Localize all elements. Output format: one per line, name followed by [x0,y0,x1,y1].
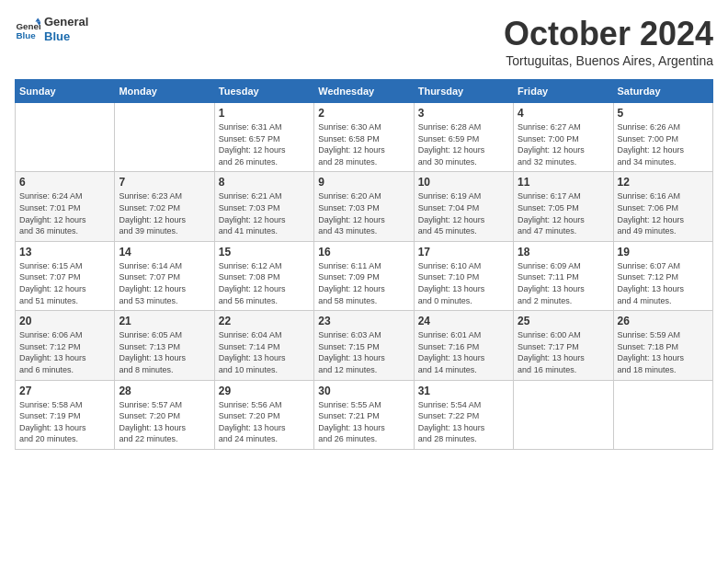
calendar-cell: 14Sunrise: 6:14 AM Sunset: 7:07 PM Dayli… [115,241,214,310]
calendar-table: SundayMondayTuesdayWednesdayThursdayFrid… [15,79,713,450]
calendar-cell [613,380,712,449]
day-info: Sunrise: 6:15 AM Sunset: 7:07 PM Dayligh… [19,260,110,306]
day-number: 3 [418,107,509,120]
day-number: 20 [19,315,110,327]
weekday-header-cell: Wednesday [314,80,414,103]
svg-text:Blue: Blue [16,29,36,40]
day-number: 23 [318,315,409,327]
day-info: Sunrise: 5:57 AM Sunset: 7:20 PM Dayligh… [119,399,210,445]
calendar-body: 1Sunrise: 6:31 AM Sunset: 6:57 PM Daylig… [16,103,713,450]
day-info: Sunrise: 6:00 AM Sunset: 7:17 PM Dayligh… [518,329,609,375]
calendar-cell: 25Sunrise: 6:00 AM Sunset: 7:17 PM Dayli… [514,311,613,380]
calendar-cell [514,380,613,449]
day-info: Sunrise: 6:01 AM Sunset: 7:16 PM Dayligh… [418,329,509,375]
day-number: 8 [219,176,310,189]
calendar-week-row: 13Sunrise: 6:15 AM Sunset: 7:07 PM Dayli… [16,241,713,310]
day-info: Sunrise: 6:11 AM Sunset: 7:09 PM Dayligh… [318,260,409,306]
day-info: Sunrise: 5:55 AM Sunset: 7:21 PM Dayligh… [318,399,409,445]
calendar-cell: 23Sunrise: 6:03 AM Sunset: 7:15 PM Dayli… [314,311,414,380]
calendar-cell: 9Sunrise: 6:20 AM Sunset: 7:03 PM Daylig… [314,172,414,241]
day-number: 13 [19,246,110,259]
day-info: Sunrise: 6:04 AM Sunset: 7:14 PM Dayligh… [219,329,310,375]
month-title: October 2024 [504,15,713,53]
calendar-cell: 10Sunrise: 6:19 AM Sunset: 7:04 PM Dayli… [414,172,513,241]
calendar-week-row: 1Sunrise: 6:31 AM Sunset: 6:57 PM Daylig… [16,103,713,172]
day-info: Sunrise: 5:54 AM Sunset: 7:22 PM Dayligh… [418,399,509,445]
weekday-header-cell: Monday [115,80,214,103]
logo-text: General Blue [44,15,88,43]
location-title: Tortuguitas, Buenos Aires, Argentina [504,53,713,68]
weekday-header-cell: Sunday [16,80,115,103]
day-number: 9 [318,176,409,189]
day-number: 11 [518,176,609,189]
day-number: 27 [19,385,110,397]
calendar-week-row: 20Sunrise: 6:06 AM Sunset: 7:12 PM Dayli… [16,311,713,380]
day-number: 19 [618,246,709,259]
weekday-header-cell: Saturday [613,80,712,103]
day-number: 28 [119,385,210,397]
day-number: 14 [119,246,210,259]
logo: General Blue General Blue [15,15,88,43]
calendar-cell: 20Sunrise: 6:06 AM Sunset: 7:12 PM Dayli… [16,311,115,380]
day-info: Sunrise: 6:27 AM Sunset: 7:00 PM Dayligh… [518,121,609,167]
calendar-cell: 8Sunrise: 6:21 AM Sunset: 7:03 PM Daylig… [214,172,313,241]
day-info: Sunrise: 5:58 AM Sunset: 7:19 PM Dayligh… [19,399,110,445]
day-info: Sunrise: 5:56 AM Sunset: 7:20 PM Dayligh… [219,399,310,445]
calendar-cell: 28Sunrise: 5:57 AM Sunset: 7:20 PM Dayli… [115,380,214,449]
calendar-cell: 24Sunrise: 6:01 AM Sunset: 7:16 PM Dayli… [414,311,513,380]
calendar-cell: 18Sunrise: 6:09 AM Sunset: 7:11 PM Dayli… [514,241,613,310]
day-number: 29 [219,385,310,397]
day-number: 18 [518,246,609,259]
day-info: Sunrise: 6:19 AM Sunset: 7:04 PM Dayligh… [418,190,509,236]
day-number: 7 [119,176,210,189]
day-info: Sunrise: 6:26 AM Sunset: 7:00 PM Dayligh… [618,121,709,167]
day-number: 30 [318,385,409,397]
calendar-cell: 30Sunrise: 5:55 AM Sunset: 7:21 PM Dayli… [314,380,414,449]
logo-icon: General Blue [15,17,40,42]
day-number: 6 [19,176,110,189]
calendar-cell: 19Sunrise: 6:07 AM Sunset: 7:12 PM Dayli… [613,241,712,310]
day-info: Sunrise: 6:30 AM Sunset: 6:58 PM Dayligh… [318,121,409,167]
title-area: October 2024 Tortuguitas, Buenos Aires, … [504,15,713,68]
day-info: Sunrise: 6:21 AM Sunset: 7:03 PM Dayligh… [219,190,310,236]
calendar-cell: 26Sunrise: 5:59 AM Sunset: 7:18 PM Dayli… [613,311,712,380]
calendar-cell: 29Sunrise: 5:56 AM Sunset: 7:20 PM Dayli… [214,380,313,449]
calendar-cell: 5Sunrise: 6:26 AM Sunset: 7:00 PM Daylig… [613,103,712,172]
calendar-cell: 17Sunrise: 6:10 AM Sunset: 7:10 PM Dayli… [414,241,513,310]
calendar-cell: 27Sunrise: 5:58 AM Sunset: 7:19 PM Dayli… [16,380,115,449]
day-number: 2 [318,107,409,120]
day-info: Sunrise: 6:16 AM Sunset: 7:06 PM Dayligh… [618,190,709,236]
calendar-week-row: 27Sunrise: 5:58 AM Sunset: 7:19 PM Dayli… [16,380,713,449]
calendar-cell: 7Sunrise: 6:23 AM Sunset: 7:02 PM Daylig… [115,172,214,241]
calendar-cell [115,103,214,172]
day-number: 22 [219,315,310,327]
weekday-header-cell: Thursday [414,80,513,103]
calendar-week-row: 6Sunrise: 6:24 AM Sunset: 7:01 PM Daylig… [16,172,713,241]
calendar-cell: 13Sunrise: 6:15 AM Sunset: 7:07 PM Dayli… [16,241,115,310]
svg-marker-2 [35,17,40,21]
day-info: Sunrise: 6:31 AM Sunset: 6:57 PM Dayligh… [219,121,310,167]
weekday-header-cell: Friday [514,80,613,103]
day-info: Sunrise: 6:07 AM Sunset: 7:12 PM Dayligh… [618,260,709,306]
day-number: 25 [518,315,609,327]
calendar-cell: 21Sunrise: 6:05 AM Sunset: 7:13 PM Dayli… [115,311,214,380]
calendar-cell: 31Sunrise: 5:54 AM Sunset: 7:22 PM Dayli… [414,380,513,449]
calendar-cell: 22Sunrise: 6:04 AM Sunset: 7:14 PM Dayli… [214,311,313,380]
day-number: 4 [518,107,609,120]
calendar-cell: 3Sunrise: 6:28 AM Sunset: 6:59 PM Daylig… [414,103,513,172]
day-number: 24 [418,315,509,327]
calendar-cell: 12Sunrise: 6:16 AM Sunset: 7:06 PM Dayli… [613,172,712,241]
day-info: Sunrise: 6:17 AM Sunset: 7:05 PM Dayligh… [518,190,609,236]
day-number: 31 [418,385,509,397]
day-number: 12 [618,176,709,189]
day-info: Sunrise: 6:03 AM Sunset: 7:15 PM Dayligh… [318,329,409,375]
day-number: 1 [219,107,310,120]
day-info: Sunrise: 6:05 AM Sunset: 7:13 PM Dayligh… [119,329,210,375]
day-number: 15 [219,246,310,259]
calendar-cell [16,103,115,172]
day-info: Sunrise: 6:06 AM Sunset: 7:12 PM Dayligh… [19,329,110,375]
day-number: 21 [119,315,210,327]
calendar-cell: 1Sunrise: 6:31 AM Sunset: 6:57 PM Daylig… [214,103,313,172]
calendar-cell: 16Sunrise: 6:11 AM Sunset: 7:09 PM Dayli… [314,241,414,310]
day-info: Sunrise: 6:09 AM Sunset: 7:11 PM Dayligh… [518,260,609,306]
